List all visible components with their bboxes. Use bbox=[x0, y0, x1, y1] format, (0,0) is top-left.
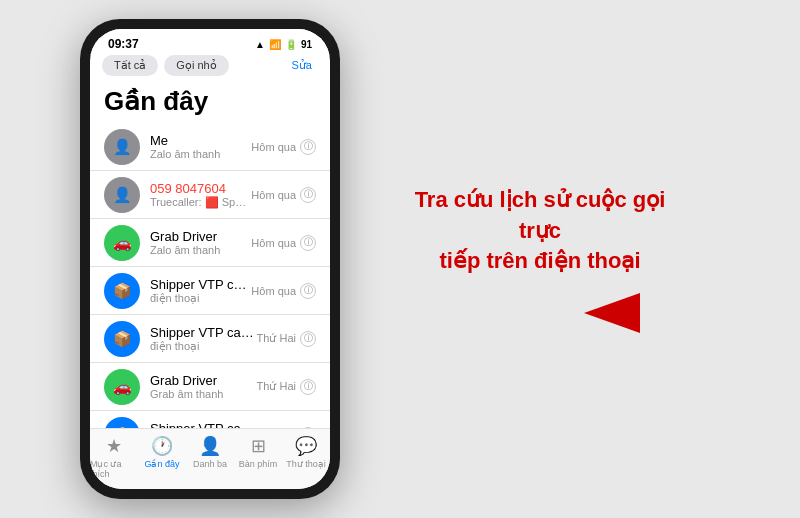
person-icon: 👤 bbox=[199, 435, 221, 457]
bottom-nav: ★ Mục ưa thích 🕐 Gần đây 👤 Danh ba ⊞ Bàn… bbox=[90, 428, 330, 489]
star-icon: ★ bbox=[106, 435, 122, 457]
battery-level: 91 bbox=[301, 39, 312, 50]
call-time: Hôm qua bbox=[251, 189, 296, 201]
contact-avatar: 🚗 bbox=[104, 225, 140, 261]
phone-screen: 09:37 ▲ 📶 🔋 91 Tất cả Gọi nhỏ Sửa Gần đâ… bbox=[90, 29, 330, 489]
info-icon[interactable]: ⓘ bbox=[300, 235, 316, 251]
call-time: Hôm qua bbox=[251, 237, 296, 249]
nav-label: Gần đây bbox=[144, 459, 179, 469]
tab-all[interactable]: Tất cả bbox=[102, 55, 158, 76]
contact-avatar: 👤 bbox=[104, 177, 140, 213]
nav-item-favorites[interactable]: ★ Mục ưa thích bbox=[90, 435, 138, 479]
call-right: Hôm qua ⓘ bbox=[251, 139, 316, 155]
contact-name: Grab Driver bbox=[150, 373, 257, 388]
nav-label: Mục ưa thích bbox=[90, 459, 138, 479]
tab-recents[interactable]: Gọi nhỏ bbox=[164, 55, 228, 76]
nav-item-contacts[interactable]: 👤 Danh ba bbox=[186, 435, 234, 479]
call-sub: Grab âm thanh bbox=[150, 388, 257, 400]
scene: 09:37 ▲ 📶 🔋 91 Tất cả Gọi nhỏ Sửa Gần đâ… bbox=[0, 0, 800, 518]
info-icon[interactable]: ⓘ bbox=[300, 379, 316, 395]
info-icon[interactable]: ⓘ bbox=[300, 283, 316, 299]
call-sub: điện thoại bbox=[150, 340, 257, 353]
contact-avatar: 👤 bbox=[104, 129, 140, 165]
promo-text: Tra cứu lịch sử cuộc gọi trực tiếp trên … bbox=[400, 185, 680, 277]
status-time: 09:37 bbox=[108, 37, 139, 51]
call-time: Hôm qua bbox=[251, 141, 296, 153]
voicemail-icon: 💬 bbox=[295, 435, 317, 457]
contact-name: 059 8047604 bbox=[150, 181, 251, 196]
arrow-container bbox=[400, 293, 680, 333]
nav-label: Bàn phím bbox=[239, 459, 278, 469]
call-list: 👤 Me Zalo âm thanh Hôm qua ⓘ 👤 059 80476… bbox=[90, 123, 330, 428]
grid-icon: ⊞ bbox=[251, 435, 266, 457]
call-time: Hôm qua bbox=[251, 285, 296, 297]
call-sub: điện thoại bbox=[150, 292, 251, 305]
phone-shell: 09:37 ▲ 📶 🔋 91 Tất cả Gọi nhỏ Sửa Gần đâ… bbox=[80, 19, 340, 499]
status-bar: 09:37 ▲ 📶 🔋 91 bbox=[90, 29, 330, 55]
call-info: Me Zalo âm thanh bbox=[150, 133, 251, 160]
call-info: 059 8047604 Truecaller: 🟥 Spam - Đầu Từ … bbox=[150, 181, 251, 209]
nav-label: Danh ba bbox=[193, 459, 227, 469]
info-icon[interactable]: ⓘ bbox=[300, 187, 316, 203]
clock-icon: 🕐 bbox=[151, 435, 173, 457]
call-info: Shipper VTP card bo góc điện thoại bbox=[150, 277, 251, 305]
nav-item-recents[interactable]: 🕐 Gần đây bbox=[138, 435, 186, 479]
call-right: Hôm qua ⓘ bbox=[251, 235, 316, 251]
call-info: Shipper VTP card bo góc điện thoại bbox=[150, 421, 257, 429]
call-right: Hôm qua ⓘ bbox=[251, 283, 316, 299]
left-arrow-icon bbox=[584, 293, 640, 333]
contact-name: Grab Driver bbox=[150, 229, 251, 244]
status-icons: ▲ 📶 🔋 91 bbox=[255, 39, 312, 50]
call-info: Shipper VTP card bo góc điện thoại bbox=[150, 325, 257, 353]
call-right: Thứ Hai ⓘ bbox=[257, 331, 316, 347]
contact-name: Shipper VTP card bo góc bbox=[150, 325, 257, 340]
promo-section: Tra cứu lịch sử cuộc gọi trực tiếp trên … bbox=[400, 185, 680, 333]
call-item[interactable]: 📦 Shipper VTP card bo góc điện thoại Thứ… bbox=[90, 315, 330, 363]
nav-item-keypad[interactable]: ⊞ Bàn phím bbox=[234, 435, 282, 479]
contact-name: Shipper VTP card bo góc bbox=[150, 277, 251, 292]
call-right: Thứ Hai ⓘ bbox=[257, 379, 316, 395]
nav-label: Thư thoại bbox=[286, 459, 326, 469]
contact-name: Shipper VTP card bo góc bbox=[150, 421, 257, 429]
call-item[interactable]: 🚗 Grab Driver Zalo âm thanh Hôm qua ⓘ bbox=[90, 219, 330, 267]
nav-item-voicemail[interactable]: 💬 Thư thoại bbox=[282, 435, 330, 479]
top-tabs-row: Tất cả Gọi nhỏ Sửa bbox=[90, 55, 330, 82]
screen-title: Gần đây bbox=[90, 82, 330, 123]
contact-avatar: 📦 bbox=[104, 417, 140, 429]
call-sub: Zalo âm thanh bbox=[150, 244, 251, 256]
contact-name: Me bbox=[150, 133, 251, 148]
contact-avatar: 🚗 bbox=[104, 369, 140, 405]
call-item[interactable]: 🚗 Grab Driver Grab âm thanh Thứ Hai ⓘ bbox=[90, 363, 330, 411]
contact-avatar: 📦 bbox=[104, 321, 140, 357]
call-item[interactable]: 📦 Shipper VTP card bo góc điện thoại Hôm… bbox=[90, 267, 330, 315]
info-icon[interactable]: ⓘ bbox=[300, 331, 316, 347]
call-info: Grab Driver Zalo âm thanh bbox=[150, 229, 251, 256]
call-info: Grab Driver Grab âm thanh bbox=[150, 373, 257, 400]
call-time: Thứ Hai bbox=[257, 380, 296, 393]
contact-avatar: 📦 bbox=[104, 273, 140, 309]
call-time: Thứ Hai bbox=[257, 332, 296, 345]
call-sub: Zalo âm thanh bbox=[150, 148, 251, 160]
call-sub: Truecaller: 🟥 Spam - Đầu Từ Chủ... bbox=[150, 196, 251, 209]
call-item[interactable]: 📦 Shipper VTP card bo góc điện thoại Thứ… bbox=[90, 411, 330, 428]
edit-button[interactable]: Sửa bbox=[286, 55, 318, 76]
call-right: Hôm qua ⓘ bbox=[251, 187, 316, 203]
call-item[interactable]: 👤 059 8047604 Truecaller: 🟥 Spam - Đầu T… bbox=[90, 171, 330, 219]
call-item[interactable]: 👤 Me Zalo âm thanh Hôm qua ⓘ bbox=[90, 123, 330, 171]
info-icon[interactable]: ⓘ bbox=[300, 139, 316, 155]
